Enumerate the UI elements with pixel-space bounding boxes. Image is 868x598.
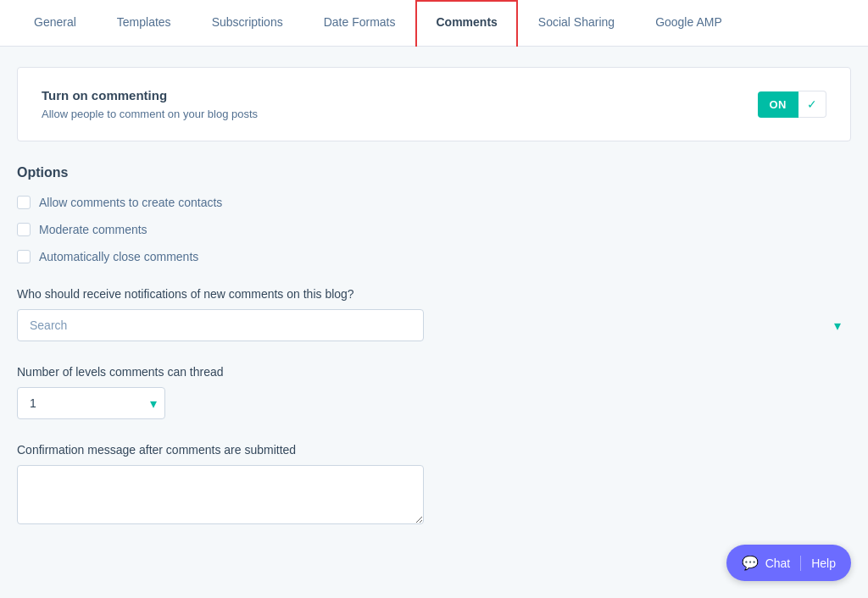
confirmation-section: Confirmation message after comments are … <box>17 443 851 524</box>
tabs-navigation: General Templates Subscriptions Date For… <box>0 0 868 47</box>
checkbox-contacts-label: Allow comments to create contacts <box>39 196 222 209</box>
help-label: Help <box>811 556 836 570</box>
tab-date-formats[interactable]: Date Formats <box>303 0 416 46</box>
checkbox-item-auto-close[interactable]: Automatically close comments <box>17 250 851 263</box>
confirmation-textarea[interactable] <box>17 465 424 524</box>
notifications-dropdown-wrapper: Search ▾ <box>17 309 851 341</box>
checkbox-moderate-label: Moderate comments <box>39 223 147 236</box>
toggle-card-text: Turn on commenting Allow people to comme… <box>42 88 258 120</box>
commenting-toggle[interactable]: ON ✓ <box>758 91 827 118</box>
toggle-on-label: ON <box>758 91 799 118</box>
checkbox-auto-close-label: Automatically close comments <box>39 250 198 263</box>
notifications-dropdown-arrow: ▾ <box>834 318 841 334</box>
notifications-search-dropdown[interactable]: Search <box>17 309 424 341</box>
options-checkboxes: Allow comments to create contacts Modera… <box>17 196 851 263</box>
chat-divider <box>800 556 801 571</box>
notifications-label: Who should receive notifications of new … <box>17 287 851 301</box>
tab-templates[interactable]: Templates <box>97 0 192 46</box>
thread-level-dropdown-wrapper: 1 ▾ <box>17 387 165 419</box>
tab-google-amp[interactable]: Google AMP <box>635 0 743 46</box>
checkbox-item-contacts[interactable]: Allow comments to create contacts <box>17 196 851 209</box>
toggle-card-title: Turn on commenting <box>42 88 258 102</box>
toggle-card-description: Allow people to comment on your blog pos… <box>42 108 258 120</box>
checkbox-contacts[interactable] <box>17 196 31 209</box>
checkbox-item-moderate[interactable]: Moderate comments <box>17 223 851 236</box>
chat-help-button[interactable]: 💬 Chat Help <box>726 545 851 581</box>
tab-subscriptions[interactable]: Subscriptions <box>192 0 303 46</box>
toggle-check-icon: ✓ <box>798 91 826 118</box>
thread-level-label: Number of levels comments can thread <box>17 365 851 379</box>
confirmation-label: Confirmation message after comments are … <box>17 443 851 457</box>
notifications-section: Who should receive notifications of new … <box>17 287 851 341</box>
chat-icon: 💬 <box>742 555 759 571</box>
tab-social-sharing[interactable]: Social Sharing <box>518 0 635 46</box>
thread-level-dropdown[interactable]: 1 <box>17 387 165 419</box>
options-section-title: Options <box>17 165 851 180</box>
tab-general[interactable]: General <box>14 0 97 46</box>
main-content: Turn on commenting Allow people to comme… <box>0 47 868 562</box>
checkbox-moderate[interactable] <box>17 223 31 236</box>
tab-comments[interactable]: Comments <box>415 0 517 47</box>
thread-level-section: Number of levels comments can thread 1 ▾ <box>17 365 851 419</box>
commenting-toggle-card: Turn on commenting Allow people to comme… <box>17 67 851 141</box>
checkbox-auto-close[interactable] <box>17 250 31 263</box>
chat-label: Chat <box>765 556 791 570</box>
